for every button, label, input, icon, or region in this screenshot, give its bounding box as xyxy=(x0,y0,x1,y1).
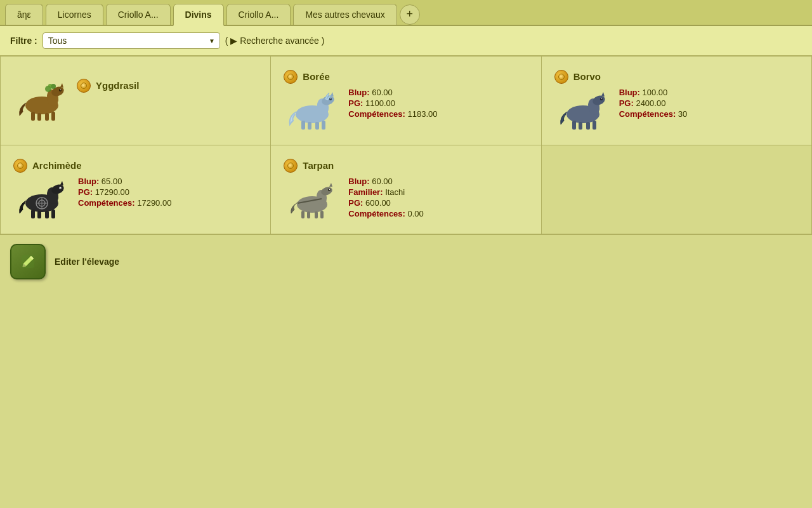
svg-rect-6 xyxy=(45,113,49,121)
horse-name-archimede[interactable]: Archimède xyxy=(32,160,82,171)
stat-competences-tarpan: Compétences: 0.00 xyxy=(348,209,424,218)
stat-pg-tarpan: PG: 600.00 xyxy=(348,198,424,208)
horse-rank-icon-yggdrasil xyxy=(77,79,91,93)
stat-pg-boree: PG: 1100.00 xyxy=(348,98,437,108)
tab-divins[interactable]: Divins xyxy=(173,4,224,26)
svg-rect-5 xyxy=(37,113,41,121)
svg-point-31 xyxy=(600,98,603,100)
filter-bar: Filtre : Tous Mâles Femelles Poulains ( … xyxy=(0,26,812,56)
svg-rect-19 xyxy=(315,122,319,130)
svg-point-12 xyxy=(60,89,61,90)
stat-competences-borvo: Compétences: 30 xyxy=(619,109,688,119)
stat-blup-archimede: Blup: 65.00 xyxy=(78,177,171,186)
footer: Editer l'élevage xyxy=(0,234,812,288)
svg-point-57 xyxy=(329,189,330,189)
svg-point-32 xyxy=(601,98,601,98)
svg-point-56 xyxy=(328,189,331,191)
edit-elevage-button[interactable] xyxy=(10,244,46,279)
stat-pg-borvo: PG: 2400.00 xyxy=(619,98,688,108)
horse-name-borvo[interactable]: Borvo xyxy=(573,71,601,82)
stat-competences-boree: Compétences: 1183.00 xyxy=(348,109,437,119)
edit-elevage-label: Editer l'élevage xyxy=(55,257,119,267)
horse-cell-archimede[interactable]: Archimède xyxy=(1,145,271,234)
horse-rank-icon-borvo xyxy=(554,70,568,84)
horse-stats-tarpan: Blup: 60.00 Familier: Itachi PG: 600.00 … xyxy=(348,177,424,218)
horse-name-tarpan[interactable]: Tarpan xyxy=(303,160,334,171)
tab-ane[interactable]: âηε xyxy=(5,4,43,25)
filter-select[interactable]: Tous Mâles Femelles Poulains xyxy=(43,32,220,49)
horse-header-yggdrasil: Yggdrasil xyxy=(77,79,139,93)
svg-rect-38 xyxy=(37,211,41,218)
horse-cell-yggdrasil[interactable]: Yggdrasil xyxy=(1,57,271,145)
svg-rect-17 xyxy=(301,121,305,130)
svg-marker-26 xyxy=(601,92,605,97)
horse-rank-icon-tarpan xyxy=(284,159,298,173)
svg-point-22 xyxy=(331,98,331,98)
svg-rect-27 xyxy=(572,121,576,130)
tab-autres[interactable]: Mes autres chevaux xyxy=(293,4,396,25)
tab-criollo2[interactable]: Criollo A... xyxy=(226,4,291,25)
svg-rect-37 xyxy=(31,210,35,218)
svg-marker-36 xyxy=(60,181,63,185)
svg-rect-51 xyxy=(301,211,304,218)
svg-rect-4 xyxy=(31,112,35,121)
filter-select-wrapper: Tous Mâles Femelles Poulains xyxy=(43,32,220,49)
svg-rect-52 xyxy=(307,211,310,218)
horse-image-tarpan xyxy=(284,177,341,221)
horse-image-boree xyxy=(284,88,341,132)
svg-rect-28 xyxy=(579,122,582,130)
stat-blup-borvo: Blup: 100.00 xyxy=(619,88,688,97)
svg-marker-50 xyxy=(329,183,332,187)
horse-cell-empty xyxy=(542,145,812,234)
svg-rect-53 xyxy=(315,211,318,218)
tab-criollo1[interactable]: Criollo A... xyxy=(106,4,171,25)
filter-label: Filtre : xyxy=(10,36,37,46)
tabs-bar: âηε Licornes Criollo A... Divins Criollo… xyxy=(0,0,812,26)
svg-rect-7 xyxy=(51,112,55,121)
stat-familier-tarpan: Familier: Itachi xyxy=(348,187,424,197)
horse-cell-borvo[interactable]: Borvo xyxy=(542,57,812,145)
tab-licornes[interactable]: Licornes xyxy=(46,4,103,25)
horse-header-boree: Borée xyxy=(284,70,528,84)
horse-stats-borvo: Blup: 100.00 PG: 2400.00 Compétences: 30 xyxy=(619,88,688,119)
advanced-search-link[interactable]: ( ▶ Recherche avancée ) xyxy=(225,36,325,46)
horse-stats-boree: Blup: 60.00 PG: 1100.00 Compétences: 118… xyxy=(348,88,437,119)
svg-rect-29 xyxy=(586,122,590,130)
stat-blup-boree: Blup: 60.00 xyxy=(348,88,437,97)
horse-image-yggdrasil xyxy=(13,79,70,123)
horse-image-borvo xyxy=(554,88,612,132)
horse-rank-icon-archimede xyxy=(13,159,27,173)
horse-stats-archimede: Blup: 65.00 PG: 17290.00 Compétences: 17… xyxy=(78,177,171,208)
svg-point-45 xyxy=(59,187,62,189)
svg-point-46 xyxy=(60,187,61,187)
horse-image-archimede xyxy=(13,177,70,221)
svg-rect-18 xyxy=(308,122,311,130)
tab-add-button[interactable]: + xyxy=(400,4,420,25)
stat-competences-archimede: Compétences: 17290.00 xyxy=(78,198,171,208)
stat-pg-archimede: PG: 17290.00 xyxy=(78,187,171,197)
horse-name-yggdrasil[interactable]: Yggdrasil xyxy=(96,80,139,91)
svg-point-21 xyxy=(329,98,332,100)
horse-cell-boree[interactable]: Borée xyxy=(271,57,541,145)
svg-marker-3 xyxy=(60,83,63,88)
horse-rank-icon-boree xyxy=(284,70,298,84)
stat-blup-tarpan: Blup: 60.00 xyxy=(348,177,424,186)
horse-cell-tarpan[interactable]: Tarpan xyxy=(271,145,541,234)
svg-rect-20 xyxy=(322,121,325,130)
horses-grid: Yggdrasil Borée xyxy=(0,56,812,234)
svg-rect-30 xyxy=(593,121,596,130)
svg-rect-54 xyxy=(320,211,324,218)
svg-point-11 xyxy=(59,89,62,91)
svg-rect-39 xyxy=(45,211,49,218)
svg-point-10 xyxy=(48,84,52,88)
horse-name-boree[interactable]: Borée xyxy=(303,71,330,82)
svg-rect-40 xyxy=(51,210,55,218)
horse-header-borvo: Borvo xyxy=(554,70,799,84)
horse-header-archimede: Archimède xyxy=(13,159,258,173)
horse-header-tarpan: Tarpan xyxy=(284,159,528,173)
